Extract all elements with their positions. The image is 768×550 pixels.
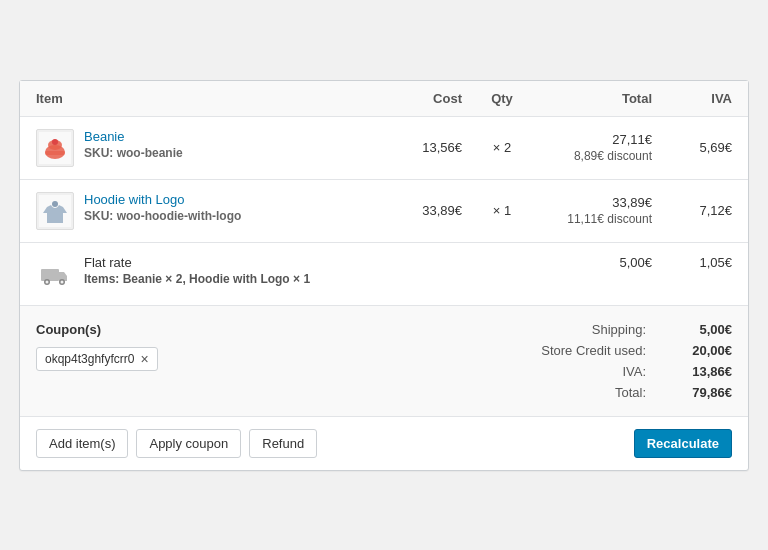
svg-rect-7 — [41, 269, 59, 281]
hoodie-total-cell: 33,89€ 11,11€ discount — [532, 195, 652, 226]
shipping-cell: Flat rate Items: Beanie × 2, Hoodie with… — [36, 255, 372, 293]
hoodie-info: Hoodie with Logo SKU: woo-hoodie-with-lo… — [84, 192, 241, 223]
shipping-total-amount: 5,00€ — [532, 255, 652, 270]
hoodie-discount: 11,11€ discount — [532, 212, 652, 226]
hoodie-sku-label: SKU: — [84, 209, 113, 223]
table-header: Item Cost Qty Total IVA — [20, 81, 748, 117]
beanie-total: 27,11€ — [532, 132, 652, 147]
beanie-discount: 8,89€ discount — [532, 149, 652, 163]
totals-section: Coupon(s) okqp4t3ghfyfcrr0 × Shipping: 5… — [20, 306, 748, 417]
summary-iva-label: IVA: — [516, 364, 646, 379]
summary-shipping-value: 5,00€ — [662, 322, 732, 337]
summary-column: Shipping: 5,00€ Store Credit used: 20,00… — [432, 322, 732, 400]
beanie-sku-value: woo-beanie — [117, 146, 183, 160]
shipping-label: Flat rate — [84, 255, 310, 270]
beanie-sku: SKU: woo-beanie — [84, 146, 183, 160]
svg-point-6 — [52, 201, 58, 207]
coupon-tag: okqp4t3ghfyfcrr0 × — [36, 347, 158, 371]
beanie-cost: 13,56€ — [372, 140, 462, 155]
summary-row-shipping: Shipping: 5,00€ — [432, 322, 732, 337]
summary-iva-value: 13,86€ — [662, 364, 732, 379]
shipping-items-list: Beanie × 2, Hoodie with Logo × 1 — [123, 272, 310, 286]
hoodie-total: 33,89€ — [532, 195, 652, 210]
item-cell-hoodie: Hoodie with Logo SKU: woo-hoodie-with-lo… — [36, 192, 372, 230]
svg-rect-4 — [45, 151, 65, 155]
hoodie-thumbnail — [36, 192, 74, 230]
header-item: Item — [36, 91, 372, 106]
add-items-button[interactable]: Add item(s) — [36, 429, 128, 458]
beanie-sku-label: SKU: — [84, 146, 113, 160]
hoodie-cost: 33,89€ — [372, 203, 462, 218]
coupons-label: Coupon(s) — [36, 322, 412, 337]
summary-store-credit-value: 20,00€ — [662, 343, 732, 358]
summary-row-store-credit: Store Credit used: 20,00€ — [432, 343, 732, 358]
truck-icon — [41, 263, 69, 285]
table-row: Hoodie with Logo SKU: woo-hoodie-with-lo… — [20, 180, 748, 243]
summary-total-label: Total: — [516, 385, 646, 400]
order-panel: Item Cost Qty Total IVA Beanie SKU: wo — [19, 80, 749, 471]
hoodie-link[interactable]: Hoodie with Logo — [84, 192, 241, 207]
hoodie-qty: × 1 — [462, 203, 532, 218]
summary-row-iva: IVA: 13,86€ — [432, 364, 732, 379]
svg-point-10 — [46, 280, 49, 283]
header-total: Total — [532, 91, 652, 106]
recalculate-button[interactable]: Recalculate — [634, 429, 732, 458]
coupon-code: okqp4t3ghfyfcrr0 — [45, 352, 134, 366]
hoodie-iva: 7,12€ — [652, 203, 732, 218]
beanie-info: Beanie SKU: woo-beanie — [84, 129, 183, 160]
summary-store-credit-label: Store Credit used: — [516, 343, 646, 358]
beanie-thumbnail — [36, 129, 74, 167]
apply-coupon-button[interactable]: Apply coupon — [136, 429, 241, 458]
summary-shipping-label: Shipping: — [516, 322, 646, 337]
footer-actions: Add item(s) Apply coupon Refund Recalcul… — [20, 417, 748, 470]
header-iva: IVA — [652, 91, 732, 106]
beanie-total-cell: 27,11€ 8,89€ discount — [532, 132, 652, 163]
beanie-product-image — [39, 132, 71, 164]
header-qty: Qty — [462, 91, 532, 106]
hoodie-sku-value: woo-hoodie-with-logo — [117, 209, 242, 223]
header-cost: Cost — [372, 91, 462, 106]
summary-total-value: 79,86€ — [662, 385, 732, 400]
shipping-row: Flat rate Items: Beanie × 2, Hoodie with… — [20, 243, 748, 306]
shipping-info: Flat rate Items: Beanie × 2, Hoodie with… — [84, 255, 310, 286]
table-row: Beanie SKU: woo-beanie 13,56€ × 2 27,11€… — [20, 117, 748, 180]
item-cell-beanie: Beanie SKU: woo-beanie — [36, 129, 372, 167]
svg-point-3 — [52, 139, 58, 145]
coupon-remove-button[interactable]: × — [140, 352, 148, 366]
shipping-items-text: Items: Beanie × 2, Hoodie with Logo × 1 — [84, 272, 310, 286]
summary-row-total: Total: 79,86€ — [432, 385, 732, 400]
refund-button[interactable]: Refund — [249, 429, 317, 458]
shipping-items-label: Items: — [84, 272, 119, 286]
hoodie-product-image — [39, 195, 71, 227]
hoodie-sku: SKU: woo-hoodie-with-logo — [84, 209, 241, 223]
svg-point-11 — [61, 280, 64, 283]
shipping-iva: 1,05€ — [652, 255, 732, 270]
shipping-total: 5,00€ — [532, 255, 652, 270]
beanie-iva: 5,69€ — [652, 140, 732, 155]
beanie-link[interactable]: Beanie — [84, 129, 183, 144]
shipping-icon — [36, 255, 74, 293]
coupons-column: Coupon(s) okqp4t3ghfyfcrr0 × — [36, 322, 412, 400]
beanie-qty: × 2 — [462, 140, 532, 155]
